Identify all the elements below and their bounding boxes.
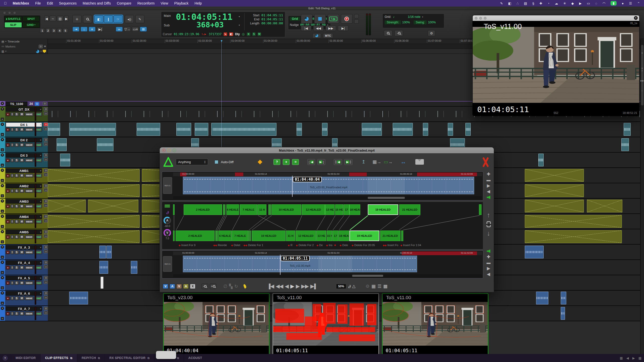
scrub-tool-icon[interactable]: ◂)) <box>125 15 134 23</box>
track-collapse-icon[interactable]: ▼ <box>1 138 4 141</box>
menu-item-reconform[interactable]: Reconform <box>137 1 154 5</box>
healed-block-13-he[interactable]: 13 HE <box>325 204 335 215</box>
audio-clip[interactable] <box>448 123 453 136</box>
menu-item-sequences[interactable]: Sequences <box>59 1 77 5</box>
zoom-percent[interactable]: 50% <box>336 284 346 289</box>
audio-b-button[interactable]: A <box>183 284 189 289</box>
target-audio-icon[interactable] <box>487 249 490 253</box>
cloud-icon[interactable]: ☁ <box>555 2 558 5</box>
track-collapse-icon[interactable]: ▼ <box>1 184 4 187</box>
track-solo-button[interactable]: S <box>15 312 19 315</box>
mode-slip-button[interactable]: SLIP <box>5 22 22 28</box>
track-name[interactable]: DX 1▾ <box>6 122 42 127</box>
healed-block[interactable] <box>173 204 175 215</box>
mtc-button[interactable]: MTC <box>323 33 333 38</box>
healed-block[interactable] <box>250 231 251 241</box>
video-a-button[interactable]: V <box>163 284 168 289</box>
track-wave-view-button[interactable]: wave <box>25 296 33 300</box>
track-mute-button[interactable]: M <box>20 220 24 223</box>
track-comments-icon[interactable]: ▭ <box>44 127 48 130</box>
track-mute-button[interactable]: M <box>20 128 24 131</box>
edit-event-delet[interactable]: ◆Delet <box>231 244 240 247</box>
track-solo-button[interactable]: S <box>15 174 19 177</box>
track-record-icon[interactable]: ● <box>6 128 10 131</box>
audio-clip[interactable] <box>362 123 382 136</box>
zoom-right-icon[interactable]: ▶ <box>64 16 69 22</box>
track-record-icon[interactable]: ● <box>6 220 10 223</box>
track-name[interactable]: TS_1100 <box>6 102 27 106</box>
mb-ruler[interactable]: 01:00:00:0001:02:55:1401:05:51:0401:08:4… <box>173 251 482 255</box>
link-button[interactable] <box>487 221 491 227</box>
settings-gear-icon[interactable]: ⚙ <box>366 284 370 289</box>
healed-block[interactable] <box>270 204 271 215</box>
healed-block[interactable] <box>225 204 226 215</box>
grabber-tool-icon[interactable]: ☞ <box>113 15 123 23</box>
track-output-window-icon[interactable]: ⊡ <box>43 102 47 105</box>
audio-clip[interactable] <box>525 246 544 258</box>
zoom-back-icon[interactable]: - <box>394 30 403 36</box>
healed-block-12-healed[interactable]: 12 HEALED <box>296 231 316 241</box>
track-output-window-icon[interactable]: ⊡ <box>44 107 48 111</box>
end-value[interactable]: 01:04:05:11 <box>261 17 283 21</box>
edit-window-titlebar[interactable]: Edit: ToS Dialog_v11 <box>0 7 644 10</box>
tl2-zoom-in-button[interactable]: ✚ <box>487 255 490 259</box>
audio-clip[interactable] <box>621 138 629 151</box>
audio-knob[interactable]: A <box>164 217 171 224</box>
edit-event-ins[interactable]: ◆Ins <box>326 244 332 247</box>
track-mute-button[interactable]: M <box>20 312 24 315</box>
track-wave-view-button[interactable]: wave <box>25 143 33 147</box>
ref-audio-icon[interactable] <box>487 196 490 199</box>
healed-block-7-heale[interactable]: 7 HEALE <box>232 231 248 241</box>
audio-clip[interactable] <box>297 123 302 136</box>
track-comments-icon[interactable]: ▭ <box>44 265 48 268</box>
promote-up-button[interactable]: ↑ <box>487 211 490 219</box>
track-header-fx_a_3[interactable]: ▼∞FX_A_3▾●ISMwaveread⊡▭ <box>0 245 48 260</box>
audio-clip[interactable] <box>48 169 140 182</box>
edge-minimize-icon[interactable]: ─ <box>640 89 644 92</box>
track-solo-button[interactable]: S <box>15 281 19 285</box>
switch-icon[interactable]: ☰ <box>629 2 632 5</box>
zoom-toggle-icon[interactable] <box>384 30 392 36</box>
track-lane-dx-1[interactable] <box>48 122 640 137</box>
delta-toggle-icon[interactable]: △ <box>352 284 355 289</box>
mb-clip-area[interactable]: ToS_v23.00_FinalGraded.mp401:04:40:04 <box>173 176 482 195</box>
edit-event[interactable]: ◆ <box>334 244 336 246</box>
length-value[interactable]: 00:00:00:00 <box>261 21 283 25</box>
zoom-out-button[interactable]: - <box>202 284 208 289</box>
audio-clip[interactable] <box>48 184 140 197</box>
audio-clip[interactable] <box>525 169 584 182</box>
track-wave-view-button[interactable]: wave <box>25 266 33 269</box>
healed-block-21-healed[interactable]: 21 HEALED <box>380 231 400 241</box>
audio-clip[interactable] <box>587 200 622 212</box>
clip-forward-icon[interactable]: ▭→ <box>384 159 393 165</box>
track-wave-view-button[interactable]: wave <box>25 250 33 254</box>
healed-block-17[interactable]: 17 <box>344 204 349 215</box>
go-first-button[interactable]: ▐◀ <box>267 283 274 289</box>
x-button[interactable]: X <box>190 284 195 289</box>
healed-block-10-healed[interactable]: 10 HEALED <box>271 204 301 215</box>
audio-clip[interactable] <box>97 138 113 151</box>
track-wave-view-button[interactable]: wave <box>25 312 33 315</box>
audio-clip[interactable] <box>57 138 67 151</box>
record-button[interactable]: P <box>341 14 352 24</box>
track-record-icon[interactable]: ● <box>6 143 10 147</box>
help-match-button[interactable]: ? <box>273 159 280 165</box>
next-match-button[interactable]: ▶ <box>344 159 352 165</box>
track-output-window-icon[interactable]: ⊡ <box>44 215 48 218</box>
track-comments-icon[interactable]: ▭ <box>44 188 48 192</box>
scroll-tool-icon[interactable]: ✛ <box>72 15 82 23</box>
track-link-icon[interactable]: ∞ <box>1 271 4 274</box>
zoom-wave-icon[interactable]: ∼ <box>50 16 56 22</box>
solo-clear-button[interactable]: S <box>252 32 256 36</box>
list-view-icon[interactable]: ☰ <box>377 284 381 289</box>
export-up-icon[interactable]: ↥ <box>361 159 365 165</box>
edit-event-delete-for-2[interactable]: ◆Delete For 2 <box>296 244 314 247</box>
swing-value[interactable]: 100% <box>428 21 436 24</box>
menu-item-edit[interactable]: Edit <box>47 1 53 5</box>
audio-clip[interactable] <box>99 261 108 274</box>
commit-shield-icon[interactable] <box>43 50 46 53</box>
edit-event-insert-for-1-04[interactable]: ◆Insert For 1:04 <box>400 244 421 247</box>
match-out-button[interactable]: ▶] <box>317 159 325 165</box>
track-wave-view-button[interactable]: wave <box>25 128 33 131</box>
tab-transient-icon[interactable]: ⇥ <box>72 27 79 32</box>
